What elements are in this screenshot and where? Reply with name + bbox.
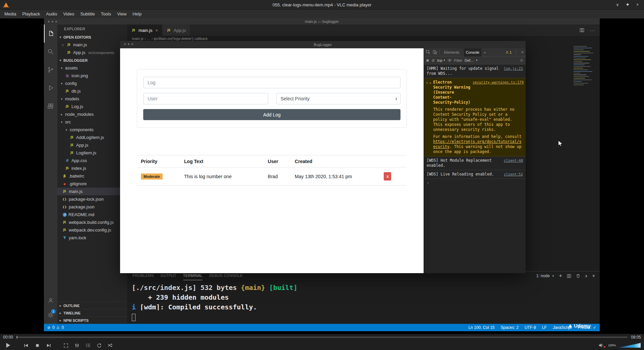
next-button[interactable] <box>44 341 52 349</box>
search-icon[interactable] <box>44 43 57 61</box>
playlist-button[interactable] <box>84 341 92 349</box>
user-input[interactable] <box>143 93 268 104</box>
menu-help[interactable]: Help <box>129 10 145 18</box>
indentation[interactable]: Spaces: 2 <box>501 325 519 330</box>
window-control-dots[interactable] <box>124 43 133 45</box>
encoding[interactable]: UTF-8 <box>525 325 536 330</box>
tree-item[interactable]: ▨icon.png <box>57 72 127 80</box>
tree-item[interactable]: #App.css <box>57 157 127 164</box>
minimize-button[interactable]: ∨ <box>616 2 619 7</box>
filter-input[interactable]: Filter <box>454 58 462 62</box>
explorer-icon[interactable] <box>44 24 57 43</box>
tab-main-js[interactable]: JS main.js × <box>127 24 162 36</box>
menu-playback[interactable]: Playback <box>19 10 43 18</box>
tree-item[interactable]: JSwebpack.build.config.js <box>57 218 127 226</box>
tree-item[interactable]: JSAddLogItem.js <box>57 134 127 141</box>
console-log[interactable]: [HMR] Waiting for update signal from WDS… <box>424 64 526 273</box>
source-link[interactable]: security-warnings.ts:179 <box>473 80 524 105</box>
extensions-icon[interactable] <box>44 97 57 115</box>
kill-terminal-icon[interactable] <box>576 274 580 278</box>
tree-item[interactable]: JSLog.js <box>57 103 127 110</box>
tree-item[interactable]: iREADME.md <box>57 211 127 218</box>
devtools-close-icon[interactable]: × <box>521 50 524 55</box>
shell-selector[interactable]: 1: node ∨ <box>536 273 554 278</box>
eol[interactable]: LF <box>542 325 547 330</box>
tab-console[interactable]: Console <box>464 48 481 56</box>
volume-slider[interactable] <box>619 343 641 348</box>
tree-folder[interactable]: ▾assets <box>57 64 127 72</box>
maximize-panel-icon[interactable]: ∧ <box>585 273 588 278</box>
context-selector[interactable]: top ▾ <box>437 58 445 62</box>
tree-item[interactable]: JSLogItem.js <box>57 149 127 157</box>
eye-icon[interactable] <box>447 58 452 62</box>
issues-warning-badge[interactable]: ⚠ 1 <box>505 50 512 54</box>
window-control-dots[interactable] <box>48 21 57 22</box>
seek-handle[interactable] <box>16 336 17 339</box>
tree-folder[interactable]: ▾components <box>57 126 127 134</box>
close-icon[interactable]: × <box>155 28 158 33</box>
priority-select[interactable]: Select Priority ▴▾ <box>276 93 401 104</box>
loop-button[interactable] <box>95 341 103 349</box>
inspect-element-icon[interactable] <box>426 50 430 54</box>
tree-item[interactable]: {}package.json <box>57 203 127 211</box>
timeline-section[interactable]: ▸ TIMELINE <box>57 309 127 316</box>
manage-gear-icon[interactable]: 1 <box>44 308 57 322</box>
tree-item[interactable]: JSindex.js <box>57 164 127 172</box>
accounts-icon[interactable] <box>44 293 57 308</box>
play-button[interactable] <box>3 341 13 349</box>
stop-button[interactable] <box>33 341 41 349</box>
tree-item[interactable]: {}package-lock.json <box>57 195 127 203</box>
console-settings-gear-icon[interactable] <box>520 58 524 62</box>
tree-folder[interactable]: ▸node_modules <box>57 110 127 118</box>
clear-console-icon[interactable]: ⊘ <box>431 58 435 63</box>
source-link[interactable]: client:52 <box>504 172 523 177</box>
log-levels-selector[interactable]: Default levels ▾ <box>465 58 477 62</box>
tree-item[interactable]: ◆.gitignore <box>57 180 127 188</box>
menu-subtitle[interactable]: Subtitle <box>77 10 98 18</box>
devtools-menu-icon[interactable]: ··· <box>514 50 518 55</box>
open-editor-item[interactable]: × JS main.js <box>57 41 127 49</box>
outline-section[interactable]: ▸ OUTLINE <box>57 302 127 309</box>
terminal-output[interactable]: [./src/index.js] 532 bytes {main} [built… <box>127 280 600 322</box>
tree-item-selected[interactable]: JSmain.js <box>57 188 127 195</box>
more-tabs-icon[interactable]: » <box>484 50 486 54</box>
tree-item[interactable]: β.babelrc <box>57 172 127 180</box>
shuffle-button[interactable] <box>106 341 114 349</box>
tree-folder[interactable]: ▾config <box>57 80 127 87</box>
source-control-icon[interactable] <box>44 61 57 79</box>
device-toolbar-icon[interactable] <box>433 50 437 54</box>
tree-item[interactable]: JSApp.js <box>57 141 127 149</box>
tree-item[interactable]: JSwebpack.dev.config.js <box>57 226 127 234</box>
log-input[interactable] <box>143 77 400 88</box>
menu-video[interactable]: Video <box>60 10 77 18</box>
video-canvas[interactable]: main.js — buglogger <box>0 18 644 334</box>
add-log-button[interactable]: Add Log <box>143 109 400 120</box>
expand-icon[interactable]: ▸ <box>430 80 431 154</box>
previous-button[interactable] <box>22 341 30 349</box>
menu-view[interactable]: View <box>114 10 129 18</box>
seek-bar[interactable] <box>16 337 628 338</box>
split-terminal-icon[interactable] <box>567 274 571 278</box>
warnings-icon[interactable]: ⚠ <box>56 326 60 330</box>
npm-scripts-section[interactable]: ▸ NPM SCRIPTS <box>57 316 127 324</box>
extended-settings-button[interactable] <box>73 341 81 349</box>
project-section[interactable]: ▾ BUGLOGGER <box>57 56 127 64</box>
console-sidebar-icon[interactable]: ▣ <box>426 58 429 62</box>
tree-item[interactable]: Yyarn.lock <box>57 234 127 242</box>
menu-audio[interactable]: Audio <box>43 10 60 18</box>
delete-log-button[interactable]: x <box>384 172 391 181</box>
source-link[interactable]: client:48 <box>504 158 523 168</box>
tab-elements[interactable]: Elements <box>442 48 462 56</box>
close-button[interactable]: × <box>636 2 639 7</box>
menu-tools[interactable]: Tools <box>98 10 114 18</box>
new-terminal-icon[interactable]: + <box>559 273 562 278</box>
minimap[interactable] <box>573 45 595 85</box>
run-debug-icon[interactable] <box>44 79 57 97</box>
open-editor-item[interactable]: JS App.js src/components <box>57 49 127 56</box>
source-link[interactable]: log.js:21 <box>504 66 523 76</box>
console-prompt[interactable]: › <box>424 179 526 187</box>
tree-item[interactable]: JSdb.js <box>57 87 127 95</box>
close-icon[interactable]: × <box>61 43 65 47</box>
error-count[interactable]: 0 <box>52 325 55 330</box>
split-editor-icon[interactable] <box>580 28 584 33</box>
